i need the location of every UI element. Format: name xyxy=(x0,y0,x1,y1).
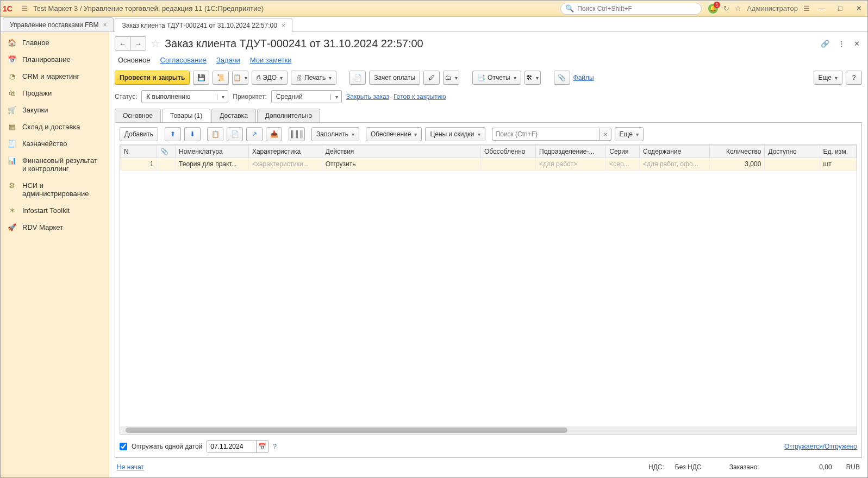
nav-back-button[interactable]: ← xyxy=(115,37,130,50)
reports-button[interactable]: 📑 Отчеты▾ xyxy=(472,71,521,85)
sidebar-item-finance[interactable]: 📊Финансовый результат и контроллинг xyxy=(1,152,109,177)
itab-main[interactable]: Основное xyxy=(115,109,161,122)
not-started-link[interactable]: Не начат xyxy=(117,463,144,471)
grid-search-input[interactable] xyxy=(492,128,600,141)
tab-fbm[interactable]: Управление поставками FBM × xyxy=(3,17,114,32)
export-button[interactable]: ↗ xyxy=(246,127,263,141)
col-nomen[interactable]: Номенклатура xyxy=(176,146,249,158)
barcode-button[interactable]: ║║║ xyxy=(289,127,305,141)
close-order-link[interactable]: Закрыть заказ xyxy=(346,93,389,100)
add-row-button[interactable]: Добавить xyxy=(120,127,158,141)
favorite-star-icon[interactable]: ☆ xyxy=(151,37,160,50)
ship-date-input[interactable]: 📅 xyxy=(207,440,268,453)
grid-search[interactable]: × xyxy=(492,128,611,141)
col-division[interactable]: Подразделение-... xyxy=(536,146,606,158)
col-series[interactable]: Серия xyxy=(606,146,640,158)
col-char[interactable]: Характеристика xyxy=(248,146,322,158)
help-icon[interactable]: ? xyxy=(273,443,277,450)
global-search[interactable]: 🔍 xyxy=(560,3,702,15)
grid-row[interactable]: 1 Теория для практ... <характеристики...… xyxy=(121,158,857,171)
itab-goods[interactable]: Товары (1) xyxy=(162,109,210,122)
col-actions[interactable]: Действия xyxy=(322,146,480,158)
cell-char[interactable]: <характеристики... xyxy=(248,158,322,171)
cell-nomen[interactable]: Теория для практ... xyxy=(176,158,249,171)
tab-close-icon[interactable]: × xyxy=(103,21,107,29)
edo-button[interactable]: ⎙ ЭДО▾ xyxy=(252,71,288,85)
cell-flag[interactable] xyxy=(157,158,176,171)
cell-actions[interactable]: Отгрузить xyxy=(322,158,480,171)
sidebar-item-rdv[interactable]: 🚀RDV Маркет xyxy=(1,219,109,236)
close-button[interactable]: ✕ xyxy=(852,4,865,12)
itab-extra[interactable]: Дополнительно xyxy=(257,109,320,122)
offset-payment-button[interactable]: Зачет оплаты xyxy=(369,71,420,85)
sidebar-item-crm[interactable]: ◔CRM и маркетинг xyxy=(1,68,109,85)
subnav-notes[interactable]: Мои заметки xyxy=(250,56,292,64)
priority-combo[interactable]: Средний ▾ xyxy=(271,90,342,103)
ship-single-date-checkbox[interactable] xyxy=(120,443,127,450)
sidebar-item-treasury[interactable]: 🧾Казначейство xyxy=(1,135,109,152)
cell-isolated[interactable] xyxy=(480,158,535,171)
cell-qty[interactable]: 3,000 xyxy=(710,158,765,171)
sidebar-item-main[interactable]: 🏠Главное xyxy=(1,34,109,51)
cell-content[interactable]: <для работ, офо... xyxy=(640,158,710,171)
cell-unit[interactable]: шт xyxy=(820,158,856,171)
import-button[interactable]: 📥 xyxy=(266,127,282,141)
col-unit[interactable]: Ед. изм. xyxy=(820,146,856,158)
horizontal-scrollbar[interactable] xyxy=(120,426,857,434)
nav-forward-button[interactable]: → xyxy=(130,37,146,50)
sidebar-item-infostart[interactable]: ✶Infostart Toolkit xyxy=(1,202,109,219)
create-based-button[interactable]: 📋▾ xyxy=(232,71,248,85)
shipping-status-link[interactable]: Отгружается/Отгружено xyxy=(784,443,857,450)
col-isolated[interactable]: Обособленно xyxy=(480,146,535,158)
cell-division[interactable]: <для работ> xyxy=(536,158,606,171)
maximize-button[interactable]: □ xyxy=(834,4,847,12)
save-button[interactable]: 💾 xyxy=(193,71,209,85)
fill-button[interactable]: Заполнить▾ xyxy=(311,127,359,141)
clear-search-icon[interactable]: × xyxy=(600,128,611,141)
ship-date-field[interactable] xyxy=(207,441,256,452)
report-icon-button[interactable]: 📄 xyxy=(349,71,366,85)
provision-button[interactable]: Обеспечение▾ xyxy=(366,127,422,141)
prices-button[interactable]: Цены и скидки▾ xyxy=(425,127,485,141)
cell-avail[interactable] xyxy=(765,158,820,171)
sidebar-item-purchase[interactable]: 🛒Закупки xyxy=(1,102,109,118)
main-menu-icon[interactable]: ☰ xyxy=(21,4,28,12)
kebab-icon[interactable]: ⋮ xyxy=(836,37,847,50)
print-button[interactable]: 🖨 Печать▾ xyxy=(291,71,336,85)
more-button[interactable]: Еще▾ xyxy=(814,71,842,85)
chevron-down-icon[interactable]: ▾ xyxy=(330,94,341,100)
subnav-approval[interactable]: Согласование xyxy=(160,56,207,64)
move-up-button[interactable]: ⬆ xyxy=(165,127,181,141)
col-content[interactable]: Содержание xyxy=(640,146,710,158)
sidebar-item-admin[interactable]: ⚙НСИ и администрирование xyxy=(1,177,109,202)
paste-button[interactable]: 📄 xyxy=(227,127,243,141)
calendar-icon[interactable]: 📅 xyxy=(256,441,268,452)
sidebar-item-sales[interactable]: 🛍Продажи xyxy=(1,85,109,102)
settings-icon[interactable]: ☰ xyxy=(803,4,810,12)
highlight-button[interactable]: 🖊 xyxy=(423,71,440,85)
tools-button[interactable]: 🛠▾ xyxy=(524,71,541,85)
status-combo[interactable]: К выполнению ▾ xyxy=(141,90,228,103)
grid-more-button[interactable]: Еще▾ xyxy=(615,127,644,141)
sidebar-item-planning[interactable]: 📅Планирование xyxy=(1,51,109,68)
ready-close-link[interactable]: Готов к закрытию xyxy=(394,93,446,100)
sidebar-item-warehouse[interactable]: ▦Склад и доставка xyxy=(1,118,109,135)
minimize-button[interactable]: — xyxy=(815,4,828,12)
col-avail[interactable]: Доступно xyxy=(765,146,820,158)
cell-n[interactable]: 1 xyxy=(121,158,157,171)
col-qty[interactable]: Количество xyxy=(710,146,765,158)
structure-button[interactable]: 🗂▾ xyxy=(443,71,459,85)
close-panel-icon[interactable]: ✕ xyxy=(852,37,862,50)
notifications-icon[interactable]: 🔔 1 xyxy=(708,4,718,14)
move-down-button[interactable]: ⬇ xyxy=(184,127,201,141)
tab-close-icon[interactable]: × xyxy=(282,22,285,29)
subnav-main[interactable]: Основное xyxy=(118,56,151,64)
files-link[interactable]: Файлы xyxy=(573,74,594,81)
chevron-down-icon[interactable]: ▾ xyxy=(217,94,228,100)
col-n[interactable]: N xyxy=(121,146,157,158)
favorite-icon[interactable]: ☆ xyxy=(735,4,741,12)
tab-order[interactable]: Заказ клиента ТДУТ-000241 от 31.10.2024 … xyxy=(115,18,292,32)
attach-button[interactable]: 📎 xyxy=(554,71,570,85)
global-search-input[interactable] xyxy=(577,5,697,12)
cell-series[interactable]: <сер... xyxy=(606,158,640,171)
